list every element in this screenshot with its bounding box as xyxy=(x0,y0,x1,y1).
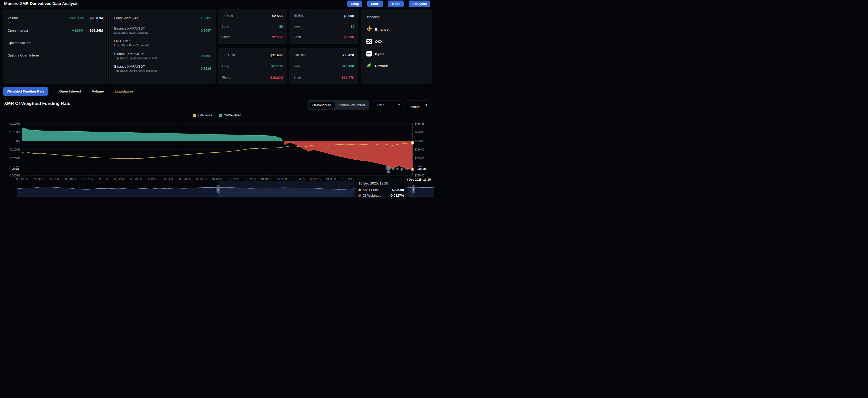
tooltip-value: -0.0327% xyxy=(390,194,404,197)
rekt-total: $68.42K xyxy=(342,53,354,57)
analytics-button[interactable]: Analytics xyxy=(409,1,430,7)
stat-value: $56.24M xyxy=(84,29,103,32)
weighting-toggle: OI-Weighted Volume-Weighted xyxy=(308,100,369,110)
rekt-card-1h: 1h Rekt $2.55K Long $0 Short $2.55K xyxy=(218,9,287,44)
tooltip-value: $395.60 xyxy=(392,188,404,192)
legend-label: XMR Price xyxy=(197,113,212,117)
rekt-label: 12h Rekt xyxy=(222,53,235,57)
rekt-long-label: Long xyxy=(222,25,229,28)
rekt-long-value: $0 xyxy=(279,25,283,29)
navigator-handle-right[interactable] xyxy=(412,185,415,194)
tab-volume[interactable]: Volume xyxy=(92,89,104,93)
trending-card: Trending Binance OKX BYBIT Bybit xyxy=(362,9,432,84)
rekt-short-label: Short xyxy=(293,35,301,39)
rekt-total: $2.55K xyxy=(272,14,283,18)
stat-label: Options Open Interest xyxy=(7,53,40,57)
series-dot-icon xyxy=(359,189,361,191)
long-button[interactable]: Long xyxy=(347,1,363,7)
symbol-select[interactable]: XMR xyxy=(373,101,403,109)
trending-label: OKX xyxy=(375,40,382,44)
binance-logo-icon xyxy=(366,26,372,33)
ls-value: 0.6361 xyxy=(201,54,211,58)
ls-value: 0.6067 xyxy=(201,29,211,32)
legend-label: OI-Weighted xyxy=(224,113,241,117)
coinglass-watermark: coinglass xyxy=(385,166,411,173)
toggle-oi-weighted[interactable]: OI-Weighted xyxy=(309,102,335,109)
long-short-ratios-card: Long/Short (24h) 1.0881 Binance XMR/USDT… xyxy=(109,9,216,84)
rekt-short-value: $3.00K xyxy=(344,35,354,39)
ls-row: Long/Short (24h) 1.0881 xyxy=(114,15,211,21)
ls-row: Binance XMR/USDT Top Trader Long/Short (… xyxy=(114,51,211,61)
rekt-label: 4h Rekt xyxy=(293,14,305,18)
legend-swatch xyxy=(219,114,222,117)
trending-item-bybit[interactable]: BYBIT Bybit xyxy=(366,50,427,58)
y-axis-label-left: 0.0200% xyxy=(0,122,20,125)
crosshair-y-left-badge: -0.03 xyxy=(10,167,21,171)
trending-label: Bybit xyxy=(375,52,384,56)
rekt-short-value: $10.82K xyxy=(270,76,283,80)
ls-row: OKX XMR Long/Short Ratio(Accounts) xyxy=(114,38,211,48)
y-axis-label-left: -0.0400% xyxy=(0,174,20,177)
rekt-long-value: $0 xyxy=(351,25,354,29)
legend-swatch xyxy=(193,114,196,117)
ls-sublabel: Top Trader Long/Short (Positions) xyxy=(114,69,157,72)
funding-rate-chart[interactable]: coinglass 0.0200%0.0100%0%-0.0100%-0.020… xyxy=(0,121,434,186)
crosshair-y-right-badge: 334.90 xyxy=(414,167,428,171)
navigator-handle-left[interactable] xyxy=(216,185,220,194)
rekt-short-label: Short xyxy=(222,35,230,39)
ls-label: Long/Short (24h) xyxy=(114,16,140,20)
ls-sublabel: Top Trader Long/Short (Accounts) xyxy=(114,56,157,60)
chart-legend: XMR Price OI-Weighted xyxy=(0,113,434,117)
trending-title: Trending xyxy=(366,15,427,21)
short-button[interactable]: Short xyxy=(367,1,383,7)
okx-logo-icon xyxy=(366,38,372,44)
header-actions: Long Short Trade Analytics xyxy=(347,1,430,7)
y-axis-label-left: -0.0100% xyxy=(0,148,20,151)
rekt-total: $3.00K xyxy=(344,14,354,18)
tab-liquidation[interactable]: Liquidation xyxy=(115,89,133,93)
interval-select-value: 5 minute xyxy=(410,101,421,109)
ls-label: Binance XMR/USDT xyxy=(114,52,157,56)
chart-controls: OI-Weighted Volume-Weighted XMR 5 minute xyxy=(308,100,430,110)
chart-title: XMR OI-Weighted Funding Rate xyxy=(4,101,70,106)
rekt-short-label: Short xyxy=(293,76,301,79)
trade-button[interactable]: Trade xyxy=(388,1,404,7)
ls-label: Binance XMR/USDT xyxy=(114,64,157,68)
ls-sublabel: Long/Short Ratio(Accounts) xyxy=(114,44,149,47)
symbol-select-value: XMR xyxy=(376,103,384,107)
toggle-volume-weighted[interactable]: Volume-Weighted xyxy=(335,102,369,109)
ls-label: Binance XMR/USDT xyxy=(114,26,149,30)
y-axis-label-right: $400.00 xyxy=(414,139,425,143)
tooltip-timestamp: 10 Dec 2025, 13:25 xyxy=(359,181,404,185)
legend-item-xmr-price[interactable]: XMR Price xyxy=(193,113,212,117)
y-axis-label-left: -0.0200% xyxy=(0,157,20,160)
legend-item-oi-weighted[interactable]: OI-Weighted xyxy=(219,113,241,117)
ls-label: OKX XMR xyxy=(114,39,149,43)
chart-tabs: Weighted Funding Rate Open Interest Volu… xyxy=(3,87,133,96)
tab-weighted-funding-rate[interactable]: Weighted Funding Rate xyxy=(3,87,49,96)
bitfinex-logo-icon xyxy=(366,62,372,69)
trending-item-bitfinex[interactable]: Bitfinex xyxy=(366,62,427,70)
trending-label: Bitfinex xyxy=(375,64,388,68)
stat-row-options-open-interest: Options Open Interest xyxy=(7,52,103,58)
ls-sublabel: Long/Short Ratio(Accounts) xyxy=(114,31,149,34)
tab-open-interest[interactable]: Open Interest xyxy=(59,89,81,93)
y-axis-label-left: 0% xyxy=(0,139,20,143)
stat-change: +105.09% xyxy=(68,16,84,20)
series-dot-icon xyxy=(359,195,361,197)
y-axis-label-left: 0.0100% xyxy=(0,131,20,134)
stat-label: Volume xyxy=(7,16,19,20)
interval-select[interactable]: 5 minute xyxy=(407,101,430,109)
chevron-down-icon xyxy=(398,105,400,106)
trending-item-binance[interactable]: Binance xyxy=(366,25,427,33)
y-axis-label-right: $436.43 xyxy=(414,122,425,125)
tooltip-row-price: XMR Price $395.60 xyxy=(359,188,404,192)
tooltip-label: XMR Price xyxy=(363,188,379,192)
tooltip-label: OI-Weighted xyxy=(363,194,381,197)
y-axis-label-right: $360.00 xyxy=(414,157,425,160)
svg-text:coinglass: coinglass xyxy=(391,166,411,171)
rekt-long-label: Long xyxy=(222,64,229,68)
trending-item-okx[interactable]: OKX xyxy=(366,37,427,45)
tooltip-row-funding: OI-Weighted -0.0327% xyxy=(359,194,404,197)
ls-value: 1.0881 xyxy=(201,16,211,20)
